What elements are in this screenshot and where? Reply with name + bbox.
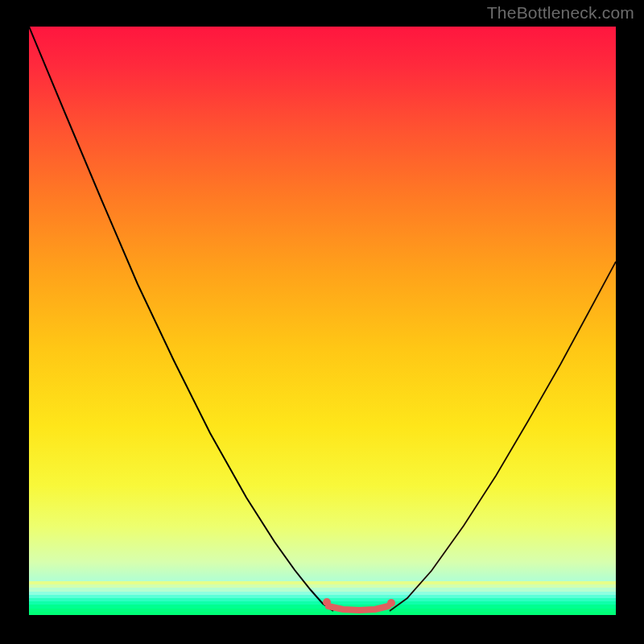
left-curve-path (29, 27, 333, 611)
curve-overlay (29, 27, 616, 615)
valley-dot-right (387, 599, 395, 607)
valley-dot-left (323, 598, 331, 606)
right-curve-path (390, 262, 616, 611)
plot-area (29, 27, 616, 615)
chart-stage: TheBottleneck.com (0, 0, 644, 644)
valley-highlight (328, 606, 388, 610)
watermark-text: TheBottleneck.com (487, 3, 634, 23)
